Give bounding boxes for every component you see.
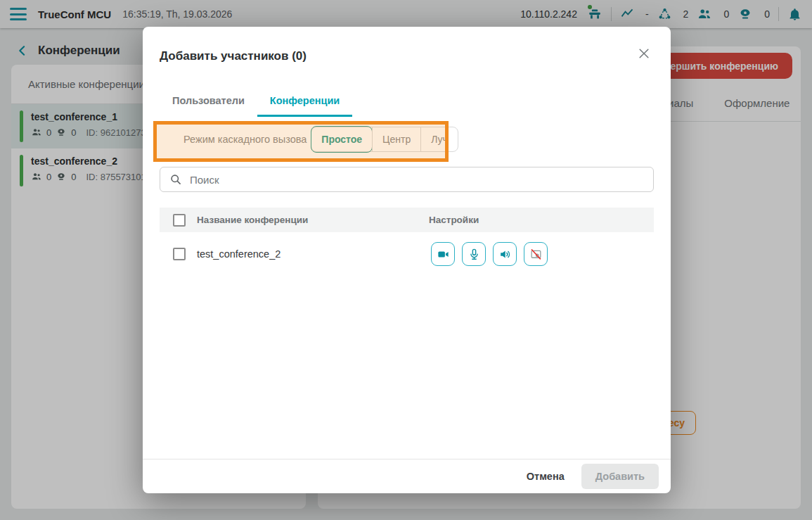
- cascade-mode-row: Режим каскадного вызова Простое Центр Лу…: [160, 119, 654, 160]
- modal-tabs: Пользователи Конференции: [160, 95, 654, 117]
- column-conference-name: Название конференции: [197, 215, 308, 225]
- tab-conferences[interactable]: Конференции: [257, 95, 352, 117]
- screen-share-off-icon[interactable]: [524, 242, 548, 266]
- microphone-icon[interactable]: [462, 242, 486, 266]
- search-input[interactable]: [160, 167, 654, 192]
- modal-footer: Отмена Добавить: [143, 459, 671, 493]
- camera-on-icon[interactable]: [431, 242, 455, 266]
- cascade-option-center[interactable]: Центр: [372, 127, 420, 151]
- cascade-mode-segmented-control: Простое Центр Луч: [311, 127, 458, 152]
- cascade-mode-label: Режим каскадного вызова: [183, 134, 307, 145]
- tab-users[interactable]: Пользователи: [160, 95, 257, 117]
- search-icon: [169, 172, 183, 189]
- cascade-option-simple[interactable]: Простое: [311, 126, 373, 153]
- speaker-icon[interactable]: [493, 242, 517, 266]
- row-checkbox[interactable]: [173, 248, 186, 260]
- add-button[interactable]: Добавить: [581, 464, 659, 489]
- cascade-option-ray[interactable]: Луч: [420, 127, 458, 151]
- table-row: test_conference_2: [160, 239, 654, 269]
- column-settings: Настройки: [429, 215, 479, 225]
- table-header: Название конференции Настройки: [160, 208, 654, 232]
- row-conference-name: test_conference_2: [197, 248, 281, 260]
- screen: TrueConf MCU 16:35:19, Th, 19.03.2026 10…: [0, 0, 812, 520]
- cancel-button[interactable]: Отмена: [527, 471, 565, 482]
- modal-title: Добавить участников (0): [160, 49, 654, 63]
- add-participants-modal: Добавить участников (0) Пользователи Кон…: [143, 27, 671, 493]
- close-icon[interactable]: [637, 46, 651, 61]
- select-all-checkbox[interactable]: [173, 214, 186, 227]
